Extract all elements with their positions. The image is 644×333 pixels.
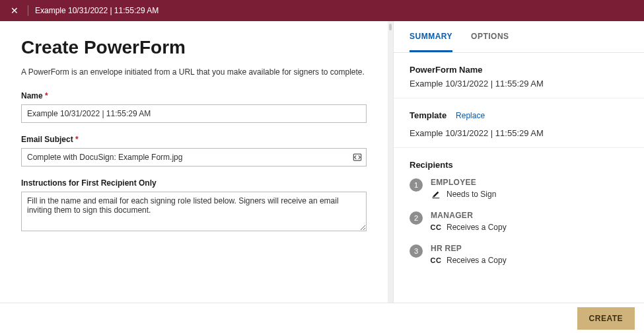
template-value: Example 10/31/2022 | 11:55:29 AM (410, 128, 628, 138)
recipient-action: CC Receives a Copy (431, 256, 507, 265)
recipients-section: Recipients 1 EMPLOYEE Needs to Sign (394, 148, 644, 286)
replace-link[interactable]: Replace (456, 111, 485, 120)
name-field-group: Name * (21, 91, 367, 123)
recipient-number: 1 (410, 178, 423, 192)
recipients-label: Recipients (410, 160, 628, 170)
recipient-action: Needs to Sign (431, 190, 496, 199)
name-input[interactable] (21, 104, 367, 123)
footer: CREATE (0, 303, 644, 333)
instructions-label: Instructions for First Recipient Only (21, 178, 367, 188)
tabs: SUMMARY OPTIONS (394, 21, 644, 53)
recipient-row: 3 HR REP CC Receives a Copy (410, 244, 628, 265)
powerform-name-value: Example 10/31/2022 | 11:55:29 AM (410, 79, 628, 89)
powerform-name-section: PowerForm Name Example 10/31/2022 | 11:5… (394, 53, 644, 98)
create-button[interactable]: CREATE (577, 307, 635, 330)
subject-field-group: Email Subject * (21, 135, 367, 166)
template-section: Template Replace Example 10/31/2022 | 11… (394, 98, 644, 148)
subject-input[interactable] (21, 148, 367, 166)
recipient-row: 1 EMPLOYEE Needs to Sign (410, 178, 628, 199)
recipient-row: 2 MANAGER CC Receives a Copy (410, 211, 628, 232)
subject-label: Email Subject * (21, 135, 367, 144)
close-icon[interactable]: ✕ (7, 6, 22, 15)
page-description: A PowerForm is an envelope initiated fro… (21, 67, 367, 77)
scroll-divider (388, 21, 393, 303)
tab-summary[interactable]: SUMMARY (410, 21, 452, 52)
name-label: Name * (21, 91, 367, 100)
instructions-field-group: Instructions for First Recipient Only Fi… (21, 178, 367, 233)
recipient-name: EMPLOYEE (431, 178, 496, 187)
recipients-list: 1 EMPLOYEE Needs to Sign 2 (410, 178, 628, 265)
pen-icon (431, 190, 441, 199)
page-title: Create PowerForm (21, 37, 367, 58)
insert-field-icon[interactable] (352, 152, 363, 163)
recipient-action: CC Receives a Copy (431, 223, 507, 232)
main-panel: Create PowerForm A PowerForm is an envel… (0, 21, 388, 303)
template-label: Template (410, 110, 447, 120)
top-bar: ✕ Example 10/31/2022 | 11:55:29 AM (0, 0, 644, 21)
content: Create PowerForm A PowerForm is an envel… (0, 21, 644, 303)
recipient-name: HR REP (431, 244, 507, 253)
recipient-number: 2 (410, 211, 423, 225)
instructions-textarea[interactable]: Fill in the name and email for each sign… (21, 192, 367, 231)
topbar-title: Example 10/31/2022 | 11:55:29 AM (35, 6, 159, 15)
tab-options[interactable]: OPTIONS (471, 21, 509, 52)
cc-icon: CC (431, 223, 441, 231)
powerform-name-label: PowerForm Name (410, 65, 628, 75)
side-panel: SUMMARY OPTIONS PowerForm Name Example 1… (393, 21, 644, 303)
cc-icon: CC (431, 256, 441, 264)
recipient-number: 3 (410, 244, 423, 258)
recipient-name: MANAGER (431, 211, 507, 220)
divider (28, 5, 28, 16)
